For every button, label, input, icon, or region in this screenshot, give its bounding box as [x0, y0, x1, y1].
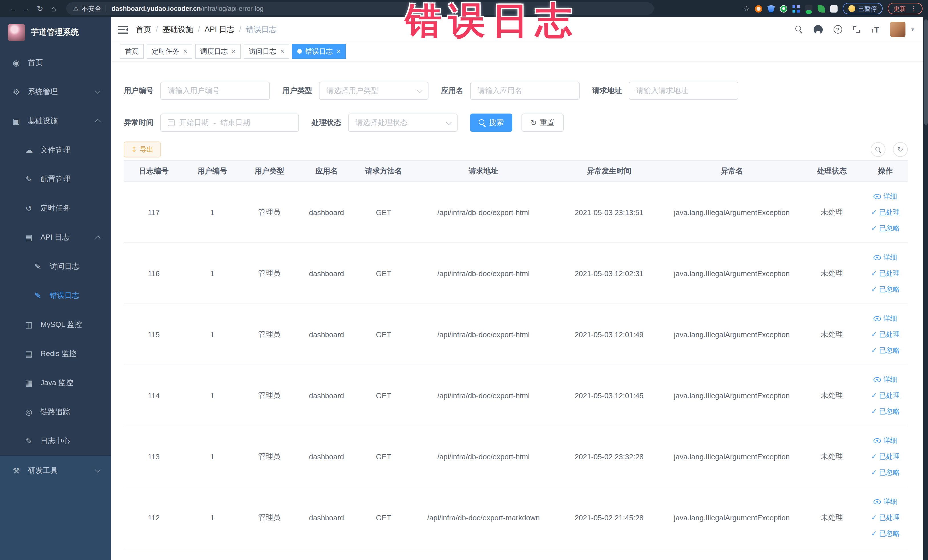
sidebar-item-trace[interactable]: ◎ 链路追踪	[0, 397, 111, 426]
avatar-caret-icon[interactable]: ▾	[911, 26, 914, 32]
mark-processed-link[interactable]: ✓已处理	[871, 452, 900, 461]
user-type-select[interactable]: 请选择用户类型	[319, 82, 429, 100]
sidebar-item-access-log[interactable]: ✎ 访问日志	[0, 252, 111, 281]
request-url-input[interactable]: 请输入请求地址	[629, 82, 738, 100]
browser-forward-icon[interactable]: →	[20, 4, 33, 13]
tab-label: 首页	[125, 46, 139, 56]
mark-ignored-link[interactable]: ✓已忽略	[871, 468, 900, 477]
mark-processed-link[interactable]: ✓已处理	[871, 513, 900, 522]
detail-link[interactable]: 详细	[874, 436, 897, 445]
page-scrollbar[interactable]	[923, 17, 928, 560]
browser-reload-icon[interactable]: ↻	[33, 4, 47, 13]
column-header: 用户类型	[241, 160, 298, 182]
detail-link[interactable]: 详细	[874, 191, 897, 201]
check-icon: ✓	[871, 209, 877, 216]
mark-ignored-link[interactable]: ✓已忽略	[871, 345, 900, 355]
sidebar-item-dev-tools[interactable]: ⚒ 研发工具	[0, 456, 111, 485]
extension-icon-on-toggle[interactable]	[805, 5, 812, 12]
sidebar-item-file-management[interactable]: ☁ 文件管理	[0, 135, 111, 164]
mark-processed-link[interactable]: ✓已处理	[871, 269, 900, 278]
tab-schedule-log[interactable]: 调度日志 ×	[195, 44, 241, 59]
close-icon[interactable]: ×	[183, 48, 187, 55]
extensions-puzzle-icon[interactable]	[830, 5, 838, 12]
address-divider	[106, 5, 107, 12]
detail-link-label: 详细	[884, 252, 897, 262]
user-id-cell: 1	[184, 243, 241, 304]
scrollbar-thumb[interactable]	[924, 20, 927, 125]
mark-processed-link[interactable]: ✓已处理	[871, 391, 900, 400]
address-bar[interactable]: ⚠ 不安全 dashboard.yudao.iocoder.cn /infra/…	[66, 2, 654, 15]
mark-processed-link[interactable]: ✓已处理	[871, 330, 900, 339]
mark-processed-link[interactable]: ✓已处理	[871, 208, 900, 217]
browser-home-icon[interactable]: ⌂	[47, 4, 61, 13]
detail-link-label: 详细	[884, 191, 897, 201]
home-icon: ◉	[11, 58, 21, 67]
search-button[interactable]: 搜索	[470, 113, 512, 132]
tab-home[interactable]: 首页	[120, 44, 144, 59]
refresh-table-button[interactable]: ↻	[893, 142, 908, 157]
sidebar-item-scheduled-tasks[interactable]: ↺ 定时任务	[0, 194, 111, 223]
browser-back-icon[interactable]: ←	[6, 4, 20, 13]
search-icon	[479, 119, 486, 127]
tab-scheduled-tasks[interactable]: 定时任务 ×	[147, 44, 192, 59]
sidebar-item-java-monitor[interactable]: ▦ Java 监控	[0, 368, 111, 397]
collapse-sidebar-icon[interactable]	[118, 25, 128, 34]
browser-update-button[interactable]: 更新 ⋮	[888, 3, 923, 14]
not-secure-label[interactable]: 不安全	[82, 4, 101, 13]
paused-badge[interactable]: 已暂停	[843, 3, 883, 14]
sidebar-item-api-log[interactable]: ▤ API 日志	[0, 223, 111, 252]
extension-icon-sprout[interactable]	[818, 5, 825, 12]
font-size-icon[interactable]: TT	[871, 25, 879, 34]
github-icon[interactable]	[814, 25, 823, 34]
breadcrumb-item[interactable]: 基础设施	[163, 24, 194, 35]
mark-ignored-link[interactable]: ✓已忽略	[871, 284, 900, 294]
chevron-up-icon	[95, 119, 101, 124]
mark-ignored-link[interactable]: ✓已忽略	[871, 529, 900, 538]
detail-link[interactable]: 详细	[874, 375, 897, 384]
bookmark-star-icon[interactable]: ☆	[743, 4, 750, 13]
app-name-input[interactable]: 请输入应用名	[470, 82, 580, 100]
toggle-search-button[interactable]	[871, 142, 885, 157]
extension-icon-orange[interactable]	[755, 5, 762, 12]
browser-menu-dots-icon[interactable]: ⋮	[910, 5, 917, 12]
filter-request-url: 请求地址 请输入请求地址	[592, 82, 738, 100]
start-date-placeholder: 开始日期	[179, 117, 209, 128]
sidebar-item-error-log[interactable]: ✎ 错误日志	[0, 281, 111, 310]
user-id-input[interactable]: 请输入用户编号	[160, 82, 270, 100]
detail-link[interactable]: 详细	[874, 314, 897, 323]
sidebar-item-log-center[interactable]: ✎ 日志中心	[0, 426, 111, 455]
extension-icon-shield[interactable]	[768, 5, 775, 12]
avatar[interactable]	[890, 22, 905, 37]
sidebar-item-home[interactable]: ◉ 首页	[0, 48, 111, 77]
tab-error-log[interactable]: 错误日志 ×	[292, 44, 346, 59]
detail-link[interactable]: 详细	[874, 252, 897, 262]
tab-access-log[interactable]: 访问日志 ×	[244, 44, 289, 59]
breadcrumb-item[interactable]: 首页	[136, 24, 151, 35]
sidebar-item-infrastructure[interactable]: ▣ 基础设施	[0, 106, 111, 135]
help-icon[interactable]	[833, 25, 842, 34]
request-url-cell: /api/infra/db-doc/export-html	[412, 365, 555, 426]
table-header-row: 日志编号 用户编号 用户类型 应用名 请求方法名 请求地址 异常发生时间 异常名…	[124, 160, 908, 182]
search-icon[interactable]	[795, 26, 803, 33]
sidebar-item-system-management[interactable]: ⚙ 系统管理	[0, 77, 111, 106]
extension-icon-grid[interactable]	[792, 5, 800, 12]
close-icon[interactable]: ×	[337, 48, 340, 55]
close-icon[interactable]: ×	[280, 48, 284, 55]
mark-ignored-link[interactable]: ✓已忽略	[871, 223, 900, 233]
export-button[interactable]: ↧ 导出	[124, 142, 161, 157]
sidebar-item-redis-monitor[interactable]: ▤ Redis 监控	[0, 339, 111, 368]
app-name-cell: dashboard	[298, 182, 355, 243]
reset-button[interactable]: ↻ 重置	[522, 113, 564, 132]
process-status-cell: 未处理	[800, 304, 863, 365]
sidebar-item-mysql-monitor[interactable]: ◫ MySQL 监控	[0, 310, 111, 339]
close-icon[interactable]: ×	[232, 48, 236, 55]
date-range-picker[interactable]: 开始日期 - 结束日期	[160, 113, 299, 132]
detail-link[interactable]: 详细	[874, 497, 897, 507]
fullscreen-icon[interactable]	[853, 26, 860, 33]
process-status-select[interactable]: 请选择处理状态	[348, 113, 458, 132]
sidebar-item-label: Java 监控	[41, 377, 73, 388]
extension-icon-green[interactable]	[780, 5, 788, 12]
breadcrumb-item[interactable]: API 日志	[205, 24, 235, 35]
sidebar-item-config-management[interactable]: ✎ 配置管理	[0, 164, 111, 194]
mark-ignored-link[interactable]: ✓已忽略	[871, 406, 900, 416]
